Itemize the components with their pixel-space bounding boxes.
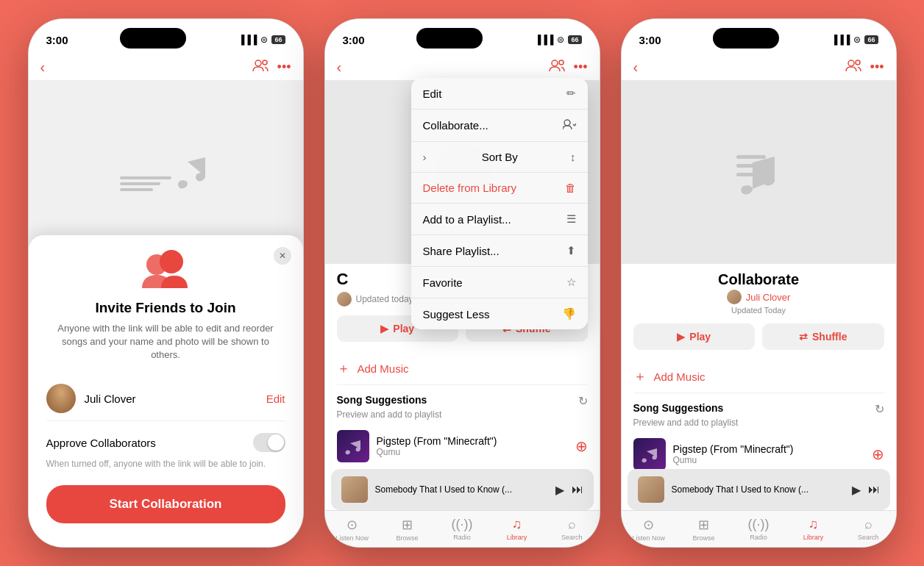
menu-item-share[interactable]: Share Playlist... ⬆ [411,235,588,267]
people-nav-icon-2[interactable] [549,59,565,76]
nav-actions-2: ••• [549,59,588,76]
phone-3: 3:00 ▐▐▐ ⊜ 66 ‹ ••• [621,18,897,548]
dynamic-island-3 [713,28,779,49]
collaborate-user-name: Juli Clover [746,292,791,303]
menu-sortby-chevron: › [423,151,427,163]
phone-1: 3:00 ▐▐▐ ⊜ 66 ‹ ••• [28,18,304,548]
browse-label-2: Browse [396,534,418,542]
tab-library-2[interactable]: ♫ Library [489,517,544,541]
menu-item-suggest-less[interactable]: Suggest Less 👎 [411,298,588,329]
suggestions-sub-3: Preview and add to playlist [633,418,884,428]
menu-item-collaborate[interactable]: Collaborate... [411,110,588,142]
play-pause-icon-2[interactable]: ▶ [555,483,564,497]
back-button-3[interactable]: ‹ [633,59,639,76]
song-row-1-2: Pigstep (From "Minecraft") Qumu ⊕ [337,426,588,467]
search-icon-3: ⌕ [864,517,873,532]
edit-link[interactable]: Edit [266,393,285,405]
tab-listen-now-3[interactable]: ⊙ Listen Now [622,517,677,542]
suggestions-title-2: Song Suggestions [337,394,427,406]
wifi-icon: ⊜ [260,35,268,45]
approve-label: Approve Collaborators [46,437,156,449]
dynamic-island-1 [120,28,186,49]
add-music-row-2[interactable]: ＋ Add Music [337,352,588,385]
tab-browse-3[interactable]: ⊞ Browse [676,517,731,542]
add-music-row-3[interactable]: ＋ Add Music [633,360,884,393]
more-nav-icon-1[interactable]: ••• [277,60,291,75]
now-playing-2[interactable]: Somebody That I Used to Know (... ▶ ⏭ [331,469,594,510]
status-icons-1: ▐▐▐ ⊜ 66 [238,35,285,45]
menu-item-edit[interactable]: Edit ✏ [411,78,588,110]
radio-label-3: Radio [750,534,767,541]
song-title-1-2: Pigstep (From "Minecraft") [377,435,568,447]
song-artist-1-2: Qumu [377,447,568,457]
phone-2: 3:00 ▐▐▐ ⊜ 66 ‹ ••• [324,18,600,548]
more-nav-icon-2[interactable]: ••• [574,60,588,75]
menu-item-add-playlist[interactable]: Add to a Playlist... ☰ [411,204,588,235]
modal-close-button[interactable]: ✕ [274,247,291,265]
lines-placeholder [120,173,171,194]
np-controls-2: ▶ ⏭ [555,483,583,497]
collaborate-user-row: Juli Clover [633,290,884,304]
plus-icon-3: ＋ [633,368,647,385]
now-playing-3[interactable]: Somebody That I Used to Know (... ▶ ⏭ [628,469,890,510]
skip-icon-3[interactable]: ⏭ [868,483,880,496]
suggestions-sub-2: Preview and add to playlist [337,409,588,420]
tab-radio-2[interactable]: ((·)) Radio [435,517,490,541]
invite-title: Invite Friends to Join [46,300,285,316]
status-time-1: 3:00 [46,34,68,46]
user-avatar [46,384,76,413]
refresh-icon-2[interactable]: ↻ [578,394,588,408]
shuffle-button-3[interactable]: ⇄ Shuffle [762,323,884,350]
tab-radio-3[interactable]: ((·)) Radio [731,517,786,541]
play-button-3[interactable]: ▶ Play [633,323,756,350]
menu-item-delete[interactable]: Delete from Library 🗑 [411,173,588,204]
radio-label-2: Radio [453,534,471,541]
skip-icon-2[interactable]: ⏭ [572,483,583,496]
start-collaboration-button[interactable]: Start Collaboration [46,485,285,523]
play-pause-icon-3[interactable]: ▶ [852,483,861,497]
tab-search-2[interactable]: ⌕ Search [544,517,600,541]
approve-toggle[interactable] [253,433,285,452]
menu-add-playlist-icon: ☰ [566,212,576,226]
browse-icon-2: ⊞ [402,517,413,533]
people-nav-icon-3[interactable] [845,59,861,76]
library-icon-2: ♫ [512,517,522,532]
menu-item-sortby[interactable]: › Sort By ↕ [411,142,588,173]
song-info-1-2: Pigstep (From "Minecraft") Qumu [377,435,568,457]
menu-edit-icon: ✏ [566,87,576,100]
nav-header-2: ‹ ••• [325,54,600,80]
user-row: Juli Clover Edit [46,376,285,421]
back-button-1[interactable]: ‹ [40,59,46,76]
song-add-1-3[interactable]: ⊕ [872,445,884,463]
menu-collaborate-icon [563,118,576,132]
np-artwork-2 [341,476,368,503]
song-add-1-2[interactable]: ⊕ [575,437,588,455]
suggestions-header-3: Song Suggestions ↻ [633,402,884,416]
tab-library-3[interactable]: ♫ Library [786,517,841,541]
menu-edit-label: Edit [423,87,442,100]
action-buttons-3-wrap: ▶ Play ⇄ Shuffle [633,323,884,350]
more-nav-icon-3[interactable]: ••• [870,60,884,75]
menu-item-favorite[interactable]: Favorite ☆ [411,267,588,298]
playlist-body-3: Collaborate Juli Clover Updated Today ▶ … [622,264,896,475]
radio-icon-2: ((·)) [451,517,472,532]
wifi-icon-2: ⊜ [557,35,564,45]
back-button-2[interactable]: ‹ [337,59,342,76]
listen-now-icon-2: ⊙ [346,517,358,533]
library-label-3: Library [803,534,824,541]
refresh-icon-3[interactable]: ↻ [875,402,884,416]
people-nav-icon-1[interactable] [252,59,269,76]
library-label-2: Library [507,534,527,541]
suggestions-section-2: Song Suggestions ↻ Preview and add to pl… [337,385,588,467]
np-artwork-3 [638,476,664,503]
tab-listen-now-2[interactable]: ⊙ Listen Now [325,517,380,542]
invite-people-icon [46,250,285,291]
collaborate-updated: Updated Today [633,306,884,315]
svg-point-10 [848,60,854,66]
playlist-artwork-3 [622,80,896,264]
tab-search-3[interactable]: ⌕ Search [841,517,896,541]
tab-browse-2[interactable]: ⊞ Browse [380,517,435,542]
search-label-3: Search [858,534,879,541]
battery-3: 66 [864,35,878,44]
np-title-3: Somebody That I Used to Know (... [672,484,845,495]
